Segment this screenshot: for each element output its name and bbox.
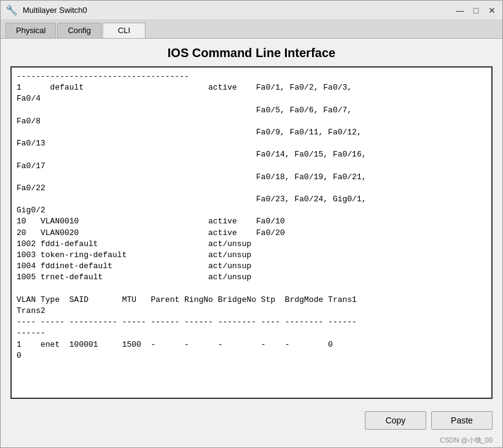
maximize-button[interactable]: □ (470, 5, 482, 16)
app-icon: 🔧 (6, 4, 18, 17)
terminal-scroll[interactable]: ------------------------------------ 1 d… (12, 68, 491, 398)
tab-physical[interactable]: Physical (6, 23, 56, 38)
title-bar-left: 🔧 Multilayer Switch0 (6, 4, 87, 17)
title-bar: 🔧 Multilayer Switch0 — □ ✕ (1, 1, 502, 20)
window-title: Multilayer Switch0 (23, 6, 87, 15)
terminal-content: ------------------------------------ 1 d… (12, 68, 491, 365)
tab-cli[interactable]: CLI (103, 23, 146, 38)
bottom-bar: Copy Paste (1, 406, 502, 434)
copy-button[interactable]: Copy (365, 411, 426, 430)
tab-bar: Physical Config CLI (1, 20, 502, 39)
page-title: IOS Command Line Interface (10, 46, 493, 60)
tab-config[interactable]: Config (57, 23, 101, 38)
terminal-container[interactable]: ------------------------------------ 1 d… (10, 66, 493, 399)
watermark: CSDN @小饿_00 (1, 434, 502, 447)
minimize-button[interactable]: — (454, 5, 466, 16)
content-area: IOS Command Line Interface -------------… (1, 39, 502, 406)
title-bar-controls: — □ ✕ (454, 5, 497, 16)
paste-button[interactable]: Paste (431, 411, 493, 430)
close-button[interactable]: ✕ (486, 5, 497, 16)
main-window: 🔧 Multilayer Switch0 — □ ✕ Physical Conf… (0, 0, 503, 448)
